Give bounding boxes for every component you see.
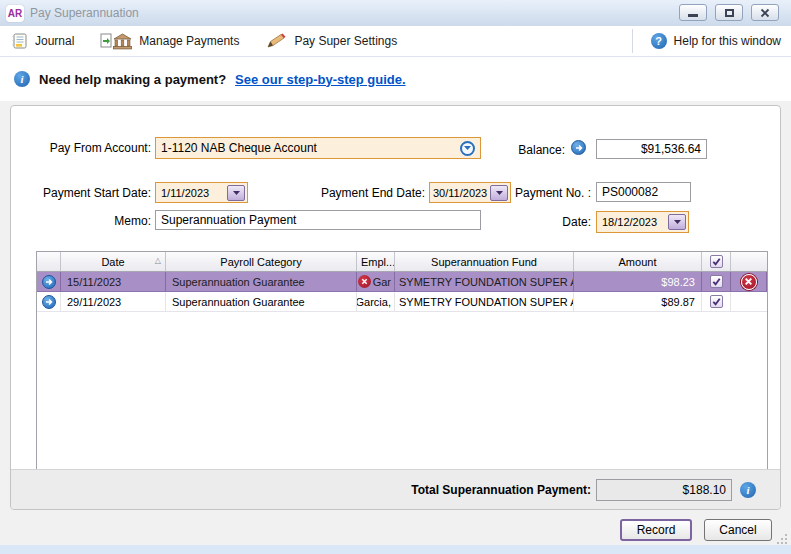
step-by-step-guide-link[interactable]: See our step-by-step guide.: [235, 72, 405, 87]
payments-table: Date △ Payroll Category Empl... Superann…: [36, 251, 768, 471]
chevron-down-icon: [232, 190, 241, 196]
start-date-calendar-button[interactable]: [227, 185, 245, 201]
pay-super-settings-label: Pay Super Settings: [294, 34, 397, 48]
date-value: 18/12/2023: [602, 216, 657, 228]
header-date-label: Date: [101, 256, 124, 268]
help-button[interactable]: ? Help for this window: [651, 33, 781, 49]
manage-payments-label: Manage Payments: [139, 34, 239, 48]
row-category: Superannuation Guarantee: [166, 272, 357, 291]
cancel-label: Cancel: [719, 523, 756, 537]
pay-from-account-value: 1-1120 NAB Cheque Account: [161, 141, 317, 155]
header-date[interactable]: Date △: [61, 252, 166, 271]
help-label: Help for this window: [674, 34, 781, 48]
row-date: 15/11/2023: [61, 272, 166, 291]
payment-no-label: Payment No. :: [431, 186, 591, 200]
help-icon: ?: [651, 33, 667, 49]
select-all-checkbox[interactable]: [710, 255, 723, 268]
window-controls: [679, 4, 779, 21]
table-row[interactable]: 29/11/2023 Superannuation Guarantee Garc…: [37, 292, 767, 312]
info-message: Need help making a payment?: [39, 72, 226, 87]
header-amount-label: Amount: [619, 256, 657, 268]
record-label: Record: [637, 523, 676, 537]
record-button[interactable]: Record: [620, 519, 692, 541]
pay-from-account-label: Pay From Account:: [11, 141, 151, 155]
balance-label: Balance:: [431, 143, 565, 157]
payment-no-value: PS000082: [602, 185, 658, 199]
minimize-icon: [688, 14, 698, 17]
journal-icon: [10, 33, 28, 50]
header-category-label: Payroll Category: [220, 256, 301, 268]
x-icon: [744, 277, 753, 286]
manage-payments-icon: [100, 32, 132, 50]
payment-no-field[interactable]: PS000082: [596, 182, 691, 202]
pay-super-settings-button[interactable]: Pay Super Settings: [265, 32, 397, 50]
close-button[interactable]: [751, 4, 779, 21]
header-superannuation-fund[interactable]: Superannuation Fund: [395, 252, 574, 271]
header-amount[interactable]: Amount: [574, 252, 702, 271]
header-employee[interactable]: Empl...: [357, 252, 395, 271]
row-date: 29/11/2023: [61, 292, 166, 311]
balance-value: $91,536.64: [641, 142, 701, 156]
balance-detail-arrow-button[interactable]: [571, 140, 586, 155]
remove-row-button[interactable]: [741, 274, 757, 290]
maximize-icon: [725, 9, 734, 17]
total-value: $188.10: [683, 483, 726, 497]
date-calendar-button[interactable]: [668, 214, 686, 230]
row-amount: $89.87: [574, 292, 702, 311]
payment-end-date-label: Payment End Date:: [271, 186, 425, 200]
table-header-row: Date △ Payroll Category Empl... Superann…: [37, 252, 767, 272]
pencil-icon: [265, 32, 287, 50]
total-bar: Total Superannuation Payment: $188.10 i: [11, 469, 780, 509]
memo-field[interactable]: Superannuation Payment: [155, 210, 481, 230]
arrow-right-icon: [44, 277, 54, 287]
check-icon: [711, 296, 722, 307]
app-logo-icon: AR: [6, 5, 24, 22]
toolbar: Journal Manage Payments Pay Super Settin…: [0, 26, 791, 57]
check-icon: [711, 256, 722, 267]
warning-icon: [358, 275, 371, 288]
cancel-button[interactable]: Cancel: [704, 519, 772, 541]
header-employee-label: Empl...: [361, 256, 395, 268]
main-panel: Pay From Account: 1-1120 NAB Cheque Acco…: [10, 105, 781, 510]
date-field[interactable]: 18/12/2023: [596, 211, 689, 233]
window-bottom-edge: [0, 545, 791, 554]
row-fund: SYMETRY FOUNDATION SUPER AN: [395, 292, 574, 311]
maximize-button[interactable]: [715, 4, 743, 21]
sort-ascending-icon: △: [155, 256, 161, 265]
toolbar-divider: [632, 29, 633, 53]
toolbar-right: ? Help for this window: [632, 29, 781, 53]
journal-button[interactable]: Journal: [10, 33, 74, 50]
pay-superannuation-window: AR Pay Superannuation Journal: [0, 0, 791, 554]
row-detail-arrow-button[interactable]: [42, 295, 56, 309]
payment-start-date-value: 1/11/2023: [161, 187, 209, 199]
total-label: Total Superannuation Payment:: [311, 483, 591, 497]
resize-grip[interactable]: [776, 533, 788, 545]
chevron-down-icon: [673, 219, 682, 225]
row-checkbox[interactable]: [710, 295, 723, 308]
info-bar: i Need help making a payment? See our st…: [0, 57, 791, 101]
info-icon: i: [14, 71, 30, 87]
memo-value: Superannuation Payment: [161, 213, 296, 227]
arrow-right-icon: [44, 297, 54, 307]
header-fund-label: Superannuation Fund: [431, 256, 537, 268]
row-employee: Garcia,: [357, 292, 395, 311]
row-detail-arrow-button[interactable]: [42, 275, 56, 289]
row-fund: SYMETRY FOUNDATION SUPER AN: [395, 272, 574, 291]
x-icon: [361, 278, 368, 285]
title-bar: AR Pay Superannuation: [0, 0, 791, 26]
window-title: Pay Superannuation: [30, 6, 139, 20]
journal-label: Journal: [35, 34, 74, 48]
header-remove-column: [731, 252, 767, 271]
row-employee-name: Gar: [373, 276, 391, 288]
header-select-all[interactable]: [702, 252, 731, 271]
header-payroll-category[interactable]: Payroll Category: [166, 252, 357, 271]
row-category: Superannuation Guarantee: [166, 292, 357, 311]
date-label: Date:: [451, 215, 591, 229]
table-row[interactable]: 15/11/2023 Superannuation Guarantee Gar …: [37, 272, 767, 292]
row-checkbox[interactable]: [710, 275, 723, 288]
header-detail-column: [37, 252, 61, 271]
payment-start-date-field[interactable]: 1/11/2023: [155, 182, 248, 203]
check-icon: [711, 276, 722, 287]
minimize-button[interactable]: [679, 4, 707, 21]
manage-payments-button[interactable]: Manage Payments: [100, 32, 239, 50]
